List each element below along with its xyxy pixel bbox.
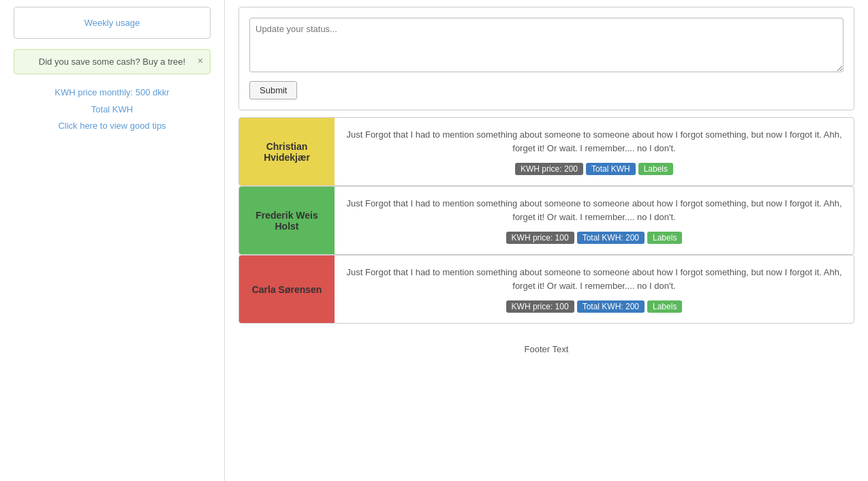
avatar-name: Christian Hvidekjær [246, 141, 328, 163]
page-wrapper: Weekly usage × Did you save some cash? B… [0, 0, 868, 481]
post-avatar: Carla Sørensen [239, 255, 335, 323]
footer-text: Footer Text [525, 344, 569, 354]
submit-button[interactable]: Submit [249, 81, 297, 99]
post-card: Christian Hvidekjær Just Forgot that I h… [238, 117, 854, 186]
avatar-name: Carla Sørensen [252, 284, 322, 295]
tag-labels[interactable]: Labels [647, 232, 682, 244]
footer: Footer Text [238, 330, 854, 361]
kwh-price-label: KWH price monthly: 500 dkkr [14, 84, 211, 102]
weekly-usage-link[interactable]: Weekly usage [84, 18, 140, 28]
tag-kwh[interactable]: KWH price: 100 [506, 232, 574, 244]
tag-total[interactable]: Total KWH: 200 [577, 300, 645, 313]
status-textarea[interactable] [249, 18, 843, 72]
sidebar-info: KWH price monthly: 500 dkkr Total KWH Cl… [14, 84, 211, 135]
post-text: Just Forgot that I had to mention someth… [345, 128, 843, 155]
post-avatar: Christian Hvidekjær [239, 118, 335, 185]
post-text: Just Forgot that I had to mention someth… [345, 197, 843, 223]
sidebar-notice-box: × Did you save some cash? Buy a tree! [14, 49, 211, 74]
sidebar-top-box: Weekly usage [14, 7, 211, 39]
tag-total[interactable]: Total KWH [586, 163, 636, 175]
post-avatar: Frederik Weis Holst [239, 187, 335, 254]
post-body: Just Forgot that I had to mention someth… [335, 187, 854, 254]
post-body: Just Forgot that I had to mention someth… [335, 255, 854, 323]
tag-labels[interactable]: Labels [647, 300, 682, 313]
posts-container: Christian Hvidekjær Just Forgot that I h… [238, 117, 854, 324]
post-card: Frederik Weis Holst Just Forgot that I h… [238, 186, 854, 255]
sidebar: Weekly usage × Did you save some cash? B… [0, 0, 225, 481]
main-content: Submit Christian Hvidekjær Just Forgot t… [225, 0, 868, 481]
tag-labels[interactable]: Labels [638, 163, 673, 175]
post-body: Just Forgot that I had to mention someth… [335, 118, 854, 185]
avatar-name: Frederik Weis Holst [246, 210, 328, 232]
total-kwh-link[interactable]: Total KWH [14, 102, 211, 119]
status-update-box: Submit [238, 7, 854, 110]
notice-text: Did you save some cash? Buy a tree! [39, 57, 185, 67]
notice-close-icon[interactable]: × [198, 55, 203, 66]
post-text: Just Forgot that I had to mention someth… [345, 266, 843, 292]
post-card: Carla Sørensen Just Forgot that I had to… [238, 255, 854, 324]
tag-kwh[interactable]: KWH price: 100 [506, 300, 574, 313]
post-tags: KWH price: 100Total KWH: 200Labels [345, 300, 843, 313]
tag-kwh[interactable]: KWH price: 200 [515, 163, 583, 175]
post-tags: KWH price: 200Total KWHLabels [345, 163, 843, 175]
post-tags: KWH price: 100Total KWH: 200Labels [345, 232, 843, 244]
tag-total[interactable]: Total KWH: 200 [577, 232, 645, 244]
tips-link[interactable]: Click here to view good tips [14, 118, 211, 135]
